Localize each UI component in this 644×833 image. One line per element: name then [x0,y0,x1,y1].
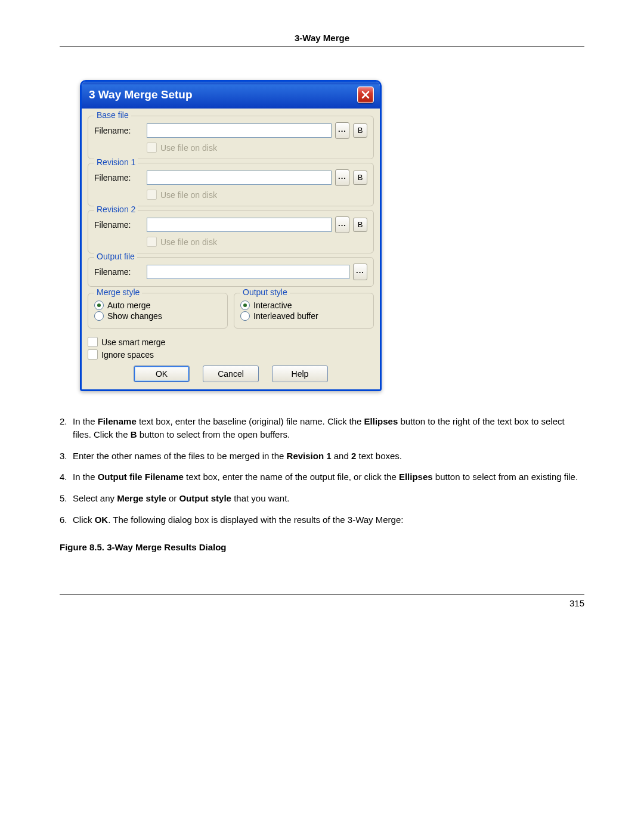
header-rule [60,47,584,47]
step-3-number: 3. [60,450,73,463]
step-5-text3: that you want. [231,493,290,503]
step-2-bold-ellipses: Ellipses [364,416,398,426]
base-buffer-button[interactable]: B [353,123,367,138]
radio-show-changes[interactable]: Show changes [94,311,221,321]
group-base-file: Base file Filename: ... B Use file on di… [88,116,374,159]
rev1-browse-button[interactable]: ... [335,169,349,186]
group-legend-rev1: Revision 1 [94,157,138,167]
radio-interleaved[interactable]: Interleaved buffer [240,311,367,321]
dialog-screenshot: 3 Way Merge Setup Base file Filename: ..… [80,80,584,391]
step-6: 6. Click OK. The following dialog box is… [60,513,584,527]
three-way-merge-dialog: 3 Way Merge Setup Base file Filename: ..… [80,80,382,391]
close-icon[interactable] [357,86,374,103]
rev1-buffer-button[interactable]: B [353,171,367,185]
step-2-text2: text box, enter the baseline (original) … [137,416,364,426]
step-2-bold-b: B [131,429,137,439]
step-4-text3: button to select from an existing file. [433,472,578,482]
group-revision-2: Revision 2 Filename: ... B Use file on d… [88,210,374,253]
ok-button[interactable]: OK [134,366,190,382]
dialog-body: Base file Filename: ... B Use file on di… [82,109,380,389]
label-filename-rev2: Filename: [94,220,143,230]
base-filename-input[interactable] [147,123,332,138]
smart-merge-row[interactable]: Use smart merge [88,337,374,347]
radio-interactive-label: Interactive [253,301,292,310]
group-output-file: Output file Filename: ... [88,257,374,287]
ignore-spaces-checkbox[interactable] [88,349,98,360]
radio-interleaved-label: Interleaved buffer [253,311,318,321]
dialog-title: 3 Way Merge Setup [89,88,193,101]
step-4-bold-ellipses: Ellipses [399,472,433,482]
rev2-filename-input[interactable] [147,218,332,232]
ignore-spaces-label: Ignore spaces [101,350,154,360]
radio-show-changes-label: Show changes [107,311,162,321]
step-5-bold-output: Output style [179,493,231,503]
smart-merge-checkbox[interactable] [88,337,98,347]
rev2-use-disk-checkbox [147,237,157,247]
step-6-text: Click [73,515,95,525]
step-2-bold-filename: Filename [98,416,137,426]
rev2-buffer-button[interactable]: B [353,218,367,232]
step-4-text2: text box, enter the name of the output f… [184,472,399,482]
step-2-text4: button to select from the open buffers. [137,429,290,439]
step-5-text: Select any [73,493,117,503]
step-4-bold-output: Output file Filename [98,472,184,482]
step-2: 2. In the Filename text box, enter the b… [60,415,584,441]
step-3-text2: and [332,451,351,461]
step-4-text: In the [73,472,98,482]
step-5: 5. Select any Merge style or Output styl… [60,492,584,505]
base-use-disk-checkbox [147,143,157,153]
step-5-bold-merge: Merge style [117,493,166,503]
group-legend-rev2: Revision 2 [94,205,138,214]
rev2-browse-button[interactable]: ... [335,216,349,233]
dialog-titlebar[interactable]: 3 Way Merge Setup [82,82,380,109]
smart-merge-label: Use smart merge [101,337,165,347]
radio-interactive[interactable]: Interactive [240,301,367,310]
group-legend-output-style: Output style [240,287,290,297]
step-6-text2: . The following dialog box is displayed … [108,515,403,525]
ignore-spaces-row[interactable]: Ignore spaces [88,349,374,360]
group-output-style: Output style Interactive Interleaved buf… [234,293,374,329]
radio-auto-merge[interactable]: Auto merge [94,301,221,310]
group-merge-style: Merge style Auto merge Show changes [88,293,228,329]
instruction-list: 2. In the Filename text box, enter the b… [60,415,584,527]
base-use-disk-label: Use file on disk [160,143,217,153]
step-3-bold-rev1: Revision 1 [287,451,332,461]
label-filename-output: Filename: [94,267,143,277]
step-5-text2: or [166,493,179,503]
page-number: 315 [60,598,584,608]
group-legend-base: Base file [94,110,131,120]
step-6-number: 6. [60,513,73,527]
rev1-filename-input[interactable] [147,171,332,185]
step-2-text: In the [73,416,98,426]
label-filename-base: Filename: [94,126,143,135]
footer-rule [60,594,584,594]
help-button[interactable]: Help [272,366,328,382]
figure-caption: Figure 8.5. 3-Way Merge Results Dialog [60,542,584,552]
group-legend-output: Output file [94,252,137,261]
cancel-button[interactable]: Cancel [203,366,259,382]
step-4-number: 4. [60,470,73,484]
rev1-use-disk-label: Use file on disk [160,190,217,200]
step-6-bold-ok: OK [95,515,109,525]
group-legend-merge-style: Merge style [94,287,142,297]
step-3-text3: text boxes. [356,451,402,461]
step-5-number: 5. [60,492,73,505]
page-header-title: 3-Way Merge [60,33,584,47]
label-filename-rev1: Filename: [94,173,143,182]
output-filename-input[interactable] [147,265,349,279]
rev1-use-disk-checkbox [147,190,157,200]
group-revision-1: Revision 1 Filename: ... B Use file on d… [88,163,374,206]
step-4: 4. In the Output file Filename text box,… [60,470,584,484]
output-browse-button[interactable]: ... [353,264,367,280]
radio-auto-merge-label: Auto merge [107,301,150,310]
rev2-use-disk-label: Use file on disk [160,237,217,247]
step-3: 3. Enter the other names of the files to… [60,450,584,463]
base-browse-button[interactable]: ... [335,122,349,139]
step-2-number: 2. [60,415,73,441]
step-3-text: Enter the other names of the files to be… [73,451,287,461]
